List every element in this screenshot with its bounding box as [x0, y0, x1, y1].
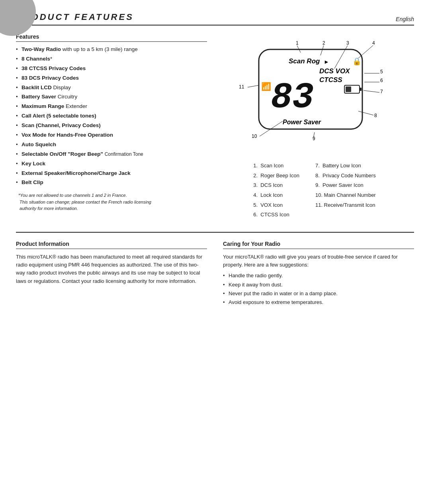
- svg-text:11: 11: [239, 84, 244, 90]
- svg-text:3: 3: [346, 40, 349, 46]
- list-item: 38 CTCSS Privacy Codes: [16, 65, 207, 73]
- features-column: Features Two-Way Radio with up to a 5 km…: [16, 33, 207, 220]
- svg-text:9: 9: [313, 136, 315, 141]
- features-title: Features: [16, 33, 207, 42]
- svg-line-19: [358, 45, 373, 58]
- caring-intro: Your microTALK® radio will give you year…: [223, 253, 414, 269]
- svg-text:4: 4: [372, 40, 375, 46]
- svg-text:1: 1: [296, 40, 299, 46]
- caring-title: Caring for Your Radio: [223, 241, 414, 249]
- page-header: PRODUCT FEATURES English: [16, 12, 414, 25]
- legend-item-4: 4. Lock Icon: [253, 190, 299, 200]
- list-item: Belt Clip: [16, 179, 207, 186]
- product-info-body: This microTALK® radio has been manufactu…: [16, 253, 207, 285]
- caring-column: Caring for Your Radio Your microTALK® ra…: [223, 241, 414, 307]
- list-item: Battery Saver Circuitry: [16, 93, 207, 101]
- diagram-svg: Scan Rog ► 🔒 DCS VOX CTCSS 83 📶: [231, 33, 398, 161]
- list-item: Vox Mode for Hands-Free Operation: [16, 131, 207, 139]
- lcd-diagram: Scan Rog ► 🔒 DCS VOX CTCSS 83 📶: [231, 33, 398, 161]
- list-item: Auto Squelch: [16, 141, 207, 149]
- list-item: Backlit LCD Display: [16, 84, 207, 92]
- svg-text:🔒: 🔒: [352, 57, 362, 66]
- svg-text:7: 7: [380, 89, 383, 94]
- list-item: 83 DCS Privacy Codes: [16, 75, 207, 82]
- svg-rect-9: [360, 88, 362, 91]
- svg-line-33: [248, 85, 259, 87]
- legend-item-7: 7. Battery Low Icon: [315, 161, 376, 171]
- svg-text:10: 10: [252, 133, 257, 139]
- svg-text:CTCSS: CTCSS: [319, 76, 342, 84]
- language-label: English: [396, 16, 414, 22]
- svg-text:Power Saver: Power Saver: [283, 119, 321, 126]
- list-item: Selectable On/Off "Roger Beep" Confirmat…: [16, 151, 207, 158]
- svg-rect-10: [346, 86, 351, 92]
- caring-item-3: Never put the radio in water or in a dam…: [223, 289, 414, 298]
- decorative-circle: [0, 0, 36, 36]
- list-item: Call Alert (5 selectable tones): [16, 112, 207, 120]
- legend-item-6: 6. CTCSS Icon: [253, 210, 299, 220]
- svg-line-25: [364, 90, 379, 92]
- list-item: Two-Way Radio with up to a 5 km (3 mile)…: [16, 46, 207, 53]
- svg-text:►: ►: [324, 59, 329, 65]
- svg-text:Scan Rog: Scan Rog: [289, 57, 320, 65]
- caring-item-4: Avoid exposure to extreme temperatures.: [223, 298, 414, 307]
- caring-item-2: Keep it away from dust.: [223, 280, 414, 289]
- diagram-column: Scan Rog ► 🔒 DCS VOX CTCSS 83 📶: [215, 33, 414, 220]
- legend-left: 1. Scan Icon 2. Roger Beep Icon 3. DCS I…: [253, 161, 299, 220]
- legend: 1. Scan Icon 2. Roger Beep Icon 3. DCS I…: [253, 161, 375, 220]
- legend-item-2: 2. Roger Beep Icon: [253, 171, 299, 181]
- legend-item-5: 5. VOX Icon: [253, 200, 299, 210]
- svg-text:6: 6: [380, 78, 383, 83]
- footnote: *You are not allowed to use channels 1 a…: [16, 192, 207, 212]
- svg-text:2: 2: [322, 40, 325, 46]
- product-info-column: Product Information This microTALK® radi…: [16, 241, 207, 307]
- legend-right: 7. Battery Low Icon 8. Privacy Code Numb…: [315, 161, 376, 220]
- legend-item-8: 8. Privacy Code Numbers: [315, 171, 376, 181]
- legend-item-1: 1. Scan Icon: [253, 161, 299, 171]
- features-list: Two-Way Radio with up to a 5 km (3 mile)…: [16, 46, 207, 186]
- svg-text:8: 8: [374, 113, 377, 118]
- list-item: Maximum Range Extender: [16, 103, 207, 110]
- legend-item-10: 10. Main Channel Number: [315, 190, 376, 200]
- legend-item-3: 3. DCS Icon: [253, 180, 299, 190]
- svg-text:📶: 📶: [261, 82, 271, 91]
- svg-text:DCS  VOX: DCS VOX: [319, 67, 350, 75]
- svg-text:5: 5: [380, 69, 383, 75]
- legend-item-11: 11. Receive/Transmit Icon: [315, 200, 376, 210]
- list-item: 8 Channels*: [16, 55, 207, 63]
- list-item: Key Lock: [16, 160, 207, 168]
- caring-list: Handle the radio gently. Keep it away fr…: [223, 271, 414, 306]
- caring-item-1: Handle the radio gently.: [223, 271, 414, 280]
- bottom-section: Product Information This microTALK® radi…: [16, 232, 414, 307]
- list-item: External Speaker/Microphone/Charge Jack: [16, 170, 207, 177]
- main-content: Features Two-Way Radio with up to a 5 km…: [16, 33, 414, 220]
- legend-item-9: 9. Power Saver Icon: [315, 180, 376, 190]
- product-info-title: Product Information: [16, 241, 207, 249]
- svg-text:83: 83: [271, 77, 314, 118]
- list-item: Scan (Channel, Privacy Codes): [16, 122, 207, 129]
